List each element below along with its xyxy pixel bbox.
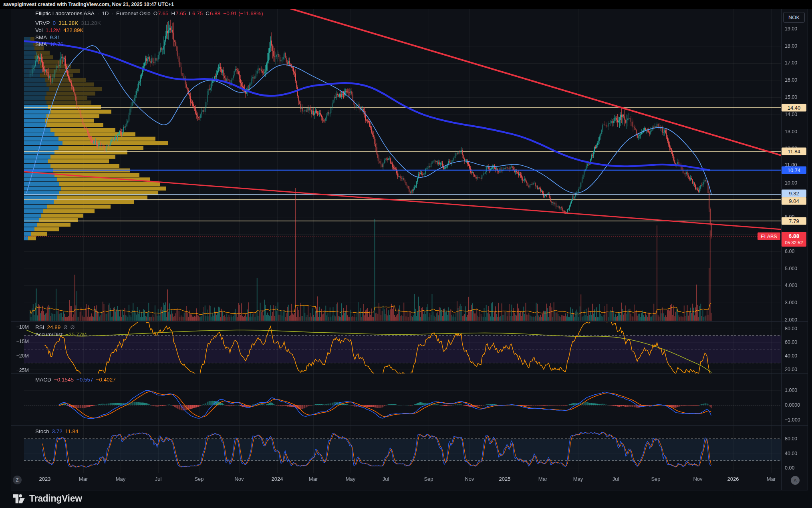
adjust-badge[interactable]: A	[791, 476, 800, 485]
time-tick: May	[573, 476, 583, 482]
low-value: L6.75	[189, 10, 203, 16]
accum-dist-legend-row[interactable]: Accum/Dist −25.77M	[35, 331, 87, 337]
price-tick: 4.000	[785, 283, 797, 288]
interval-label[interactable]: 1D	[102, 10, 109, 16]
time-tick: 2025	[499, 476, 511, 482]
accum-dist-tick: −20M	[16, 353, 29, 359]
time-tick: Sep	[651, 476, 660, 482]
rsi-tick: 20.00	[785, 367, 797, 372]
tradingview-wordmark: TradingView	[29, 493, 82, 504]
tradingview-logo[interactable]: TradingView	[12, 493, 82, 504]
tradingview-chart-window: { "topbar": {"attribution": "savepiginve…	[0, 0, 812, 508]
time-tick: Nov	[234, 476, 244, 482]
sma2-legend-row[interactable]: SMA 10.76	[35, 41, 63, 47]
time-tick: Jul	[613, 476, 619, 482]
symbol-title[interactable]: Elliptic Laboratories ASA	[35, 10, 95, 16]
sma1-legend-row[interactable]: SMA 9.31	[35, 34, 60, 40]
time-tick: 2023	[39, 476, 51, 482]
accum-dist-left-scale[interactable]: −10M−15M−20M−25M	[11, 321, 29, 373]
stoch-tick: 0.00	[785, 465, 794, 471]
bar-countdown: 05:32:52	[785, 240, 803, 245]
time-tick: Nov	[693, 476, 702, 482]
price-tick: 17.00	[785, 60, 797, 66]
rsi-tick: 60.00	[785, 339, 797, 345]
price-tick: 18.00	[785, 43, 797, 49]
accum-dist-tick: −10M	[16, 324, 29, 330]
time-tick: Jul	[383, 476, 389, 482]
time-tick: Nov	[465, 476, 474, 482]
rsi-legend-row[interactable]: RSI 24.89 Ø Ø	[35, 324, 75, 330]
time-tick: 2026	[727, 476, 739, 482]
accum-dist-tick: −25M	[16, 367, 29, 373]
price-tick: 15.00	[785, 94, 797, 100]
time-tick: 2024	[272, 476, 283, 482]
time-tick: May	[346, 476, 356, 482]
stoch-tick: 80.00	[785, 436, 797, 442]
symbol-legend-row[interactable]: Elliptic Laboratories ASA · 1D · Euronex…	[35, 10, 263, 16]
price-tick: 14.00	[785, 112, 797, 117]
accum-dist-tick: −15M	[16, 339, 29, 344]
hidden-value-icon: Ø	[63, 324, 68, 330]
open-value: O7.65	[153, 10, 169, 16]
macd-tick: 0.0000	[785, 402, 800, 408]
macd-legend-row[interactable]: MACD −0.1545 −0.557 −0.4027	[35, 377, 116, 383]
time-tick: Mar	[538, 476, 547, 482]
price-tick: 6.00	[785, 249, 794, 254]
macd-tick: −1.000	[785, 417, 800, 423]
exchange-label: Euronext Oslo	[116, 10, 151, 16]
stoch-tick: 40.00	[785, 451, 797, 456]
price-tick: 13.00	[785, 129, 797, 135]
price-level-tag: 10.74	[782, 167, 806, 174]
price-level-tag: 14.40	[782, 104, 806, 112]
rsi-tick: 80.00	[785, 326, 797, 331]
last-price-value: 6.88	[789, 233, 799, 240]
time-tick: Sep	[194, 476, 204, 482]
high-value: H7.65	[171, 10, 186, 16]
timezone-badge[interactable]: Z	[13, 476, 22, 484]
price-level-tag: 9.32	[782, 190, 806, 197]
change-value: −0.91 (−11.68%)	[223, 10, 263, 16]
price-tick: 10.00	[785, 180, 797, 186]
time-tick: Mar	[79, 476, 88, 482]
time-tick: Mar	[767, 476, 776, 482]
symbol-price-label: ELABS	[758, 233, 780, 240]
price-tick: 2.000	[785, 317, 797, 323]
vrvp-legend-row[interactable]: VRVP 0 311.28K 311.28K	[35, 20, 101, 26]
price-tick: 5.000	[785, 266, 797, 271]
close-value: C6.88	[206, 10, 220, 16]
time-tick: May	[116, 476, 126, 482]
last-price-tag: 6.88 05:32:52	[782, 232, 806, 247]
time-tick: Jul	[155, 476, 162, 482]
price-level-tag: 11.84	[782, 148, 806, 155]
price-tick: 19.00	[785, 26, 797, 32]
tradingview-mark-icon	[12, 494, 26, 504]
time-tick: Mar	[309, 476, 318, 482]
time-tick: Sep	[424, 476, 433, 482]
price-level-tag: 7.79	[782, 217, 806, 225]
macd-tick: 1.000	[785, 388, 797, 393]
price-tick: 16.00	[785, 77, 797, 83]
hidden-value-icon: Ø	[71, 324, 75, 330]
price-level-tag: 9.04	[782, 197, 806, 205]
rsi-tick: 40.00	[785, 353, 797, 359]
currency-button[interactable]: NOK	[783, 12, 805, 23]
volume-legend-row[interactable]: Vol 1.12M 422.89K	[35, 27, 84, 33]
price-tick: 3.000	[785, 300, 797, 305]
stoch-legend-row[interactable]: Stoch 3.72 11.84	[35, 428, 79, 434]
time-axis[interactable]: 2023MarMayJulSepNov2024MarMayJulSepNov20…	[11, 473, 808, 490]
chart-canvas[interactable]	[0, 0, 812, 508]
